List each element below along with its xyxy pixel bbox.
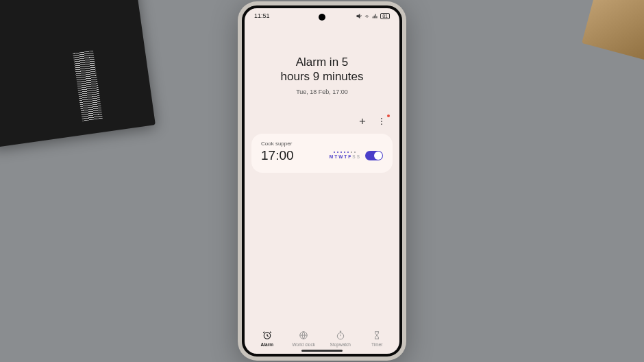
alarm-right: M T W T F S S	[330, 151, 383, 160]
nav-alarm[interactable]: Alarm	[249, 330, 286, 347]
more-options-button[interactable]	[376, 116, 387, 127]
nav-label: Stopwatch	[330, 342, 351, 347]
alarm-header: Alarm in 5 hours 9 minutes Tue, 18 Feb, …	[245, 21, 399, 116]
nav-timer[interactable]: Timer	[359, 330, 396, 347]
signal-icon	[372, 13, 378, 19]
status-icons: 81	[356, 13, 390, 19]
nav-label: World clock	[293, 342, 315, 347]
phone-screen: 11:51 81 Alarm in 5 hours 9 minutes Tue,…	[242, 5, 402, 357]
days-wrap: M T W T F S S	[330, 152, 360, 159]
more-icon	[377, 117, 386, 126]
svg-point-4	[381, 123, 382, 125]
nav-world-clock[interactable]: World clock	[286, 330, 323, 347]
wifi-icon	[364, 13, 370, 19]
notification-dot	[387, 114, 390, 117]
stopwatch-icon	[336, 330, 345, 340]
plus-icon	[358, 117, 367, 126]
svg-point-2	[381, 118, 382, 119]
nav-label: Timer	[371, 342, 382, 347]
alarm-time: 17:00	[261, 148, 294, 163]
alarm-toggle[interactable]	[365, 151, 383, 160]
phone-frame: 11:51 81 Alarm in 5 hours 9 minutes Tue,…	[238, 1, 406, 361]
svg-point-3	[381, 121, 382, 122]
alarm-card[interactable]: Cook supper 17:00 M T W T F	[251, 134, 393, 173]
wooden-object	[582, 0, 644, 64]
battery-icon: 81	[380, 13, 390, 19]
product-box: Galaxy S25 Ultra	[0, 0, 156, 147]
timer-icon	[372, 330, 382, 340]
alarm-row: 17:00 M T W T F S S	[261, 148, 383, 163]
status-time: 11:51	[254, 12, 270, 19]
alarm-icon	[262, 330, 272, 340]
mute-icon	[356, 13, 362, 19]
header-title: Alarm in 5 hours 9 minutes	[258, 55, 386, 84]
nav-label: Alarm	[261, 342, 273, 347]
svg-point-7	[337, 333, 343, 339]
header-subtitle: Tue, 18 Feb, 17:00	[258, 88, 386, 95]
camera-hole	[319, 14, 325, 21]
nav-stopwatch[interactable]: Stopwatch	[322, 330, 359, 347]
home-indicator[interactable]	[301, 350, 343, 352]
action-row	[245, 116, 399, 131]
add-alarm-button[interactable]	[357, 116, 368, 127]
globe-icon	[299, 330, 308, 340]
barcode	[73, 51, 103, 121]
alarm-label: Cook supper	[261, 141, 383, 147]
days-dots	[334, 152, 356, 153]
days: M T W T F S S	[330, 154, 360, 159]
